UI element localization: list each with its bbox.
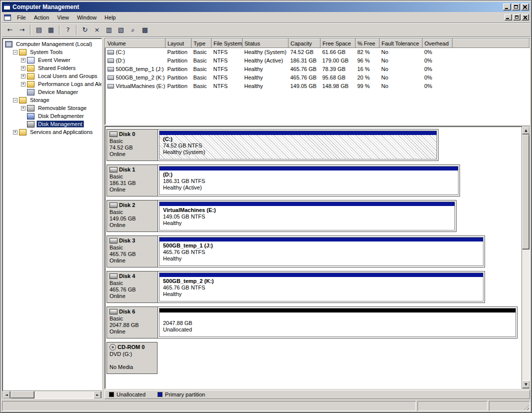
h-scrollbar-thumb[interactable] [10,391,34,398]
maximize-button[interactable] [512,4,520,10]
disk-info-disk-6[interactable]: Disk 6Basic2047.88 GBOnline [107,307,158,338]
disk-info-disk-3[interactable]: Disk 3Basic465.76 GBOnline [107,236,158,267]
show-hide-console-tree-button[interactable]: ▤ [33,24,45,36]
column-header-status[interactable]: Status [242,39,288,48]
tree-item-event-viewer[interactable]: +Event Viewer [4,56,102,64]
tree-item-performance-logs-and-alert[interactable]: +Performance Logs and Alert: [4,80,102,88]
column-header-fault-tolerance[interactable]: Fault Tolerance [380,39,422,48]
disk-view-vertical-scrollbar[interactable]: ▲ ▼ [522,126,530,388]
disk-info-disk-0[interactable]: Disk 0Basic74.52 GBOnline [107,130,158,160]
volume-row-virtualmachines-e[interactable]: VirtualMachines (E:)PartitionBasicNTFSHe… [106,82,530,90]
column-header-capacity[interactable]: Capacity [288,39,320,48]
tree-minus-expander-icon[interactable]: − [13,50,18,54]
mdi-restore-button[interactable] [513,14,520,20]
refresh-button[interactable]: ↻ [79,24,91,36]
details-pane: VolumeLayoutTypeFile SystemStatusCapacit… [104,38,530,399]
help-button[interactable]: ? [62,24,74,36]
volume-cell: 148.98 GB [320,82,356,90]
column-header-layout[interactable]: Layout [166,39,192,48]
partition-virtualmachines-e[interactable]: VirtualMachines (E:)149.05 GB NTFSHealth… [159,202,455,230]
disk-info-cd-rom-0[interactable]: CD-ROM 0DVD (G:)No Media [106,342,158,374]
volume-row-500gb-temp-1-j[interactable]: 500GB_temp_1 (J:)PartitionBasicNTFSHealt… [106,65,530,74]
column-header-volume[interactable]: Volume [106,39,166,48]
delete-button[interactable]: × [91,24,103,36]
tree-item-removable-storage[interactable]: +Removable Storage [4,104,102,112]
menu-file[interactable]: File [13,13,30,22]
volume-tbody: (C:)PartitionBasicNTFSHealthy (System)74… [106,48,530,90]
partition-c[interactable]: (C:)74.52 GB NTFSHealthy (System) [159,130,437,160]
views-button[interactable]: ▩ [139,24,151,36]
menu-view[interactable]: View [53,13,73,22]
tree-item-system-tools[interactable]: −System Tools [4,48,102,56]
forward-button[interactable]: → [16,24,28,36]
tree-plus-expander-icon[interactable]: + [21,74,26,78]
scroll-right-button[interactable]: ► [94,391,102,399]
cell-text: Basic [194,83,207,89]
menu-bar: FileActionViewWindowHelp [2,12,530,23]
close-button[interactable] [521,4,529,10]
open-button[interactable]: ▧ [115,24,127,36]
menu-action[interactable]: Action [30,13,54,22]
title-bar[interactable]: Computer Management [2,2,530,12]
hard-disk-icon [110,167,118,172]
cell-text: NTFS [214,83,228,89]
tree-item-storage[interactable]: −Storage [4,96,102,104]
tree-item-local-users-and-groups[interactable]: +Local Users and Groups [4,72,102,80]
partition-500gb-temp-1-j[interactable]: 500GB_temp_1 (J:)465.76 GB NTFSHealthy [159,237,484,266]
export-list-button[interactable]: ▦ [45,24,57,36]
tree-item-disk-management[interactable]: Disk Management [4,120,102,128]
column-header-type[interactable]: Type [192,39,212,48]
column-header-overhead[interactable]: Overhead [422,39,452,48]
tree-item-computer-management-local[interactable]: Computer Management (Local) [4,40,102,48]
disk-info-disk-2[interactable]: Disk 2Basic149.05 GBOnline [107,200,158,232]
disk-info-disk-1[interactable]: Disk 1Basic186.31 GBOnline [107,165,158,196]
tree-item-device-manager[interactable]: Device Manager [4,88,102,96]
volume-row-500gb-temp-2-k[interactable]: 500GB_temp_2 (K:)PartitionBasicNTFSHealt… [106,74,530,82]
tree-plus-expander-icon[interactable]: + [21,66,26,70]
mdi-close-button[interactable] [522,14,529,20]
partition-d[interactable]: (D:)186.31 GB NTFSHealthy (Active) [159,166,458,195]
tree-plus-expander-icon[interactable]: + [21,106,26,110]
h-scrollbar-track[interactable] [10,391,94,398]
mdi-child-icon [4,14,11,20]
menu-items: FileActionViewWindowHelp [13,13,120,22]
column-header-file-system[interactable]: File System [212,39,242,48]
back-button[interactable]: ← [4,24,16,36]
partition-500gb-temp-2-k[interactable]: 500GB_temp_2 (K:)465.76 GB NTFSHealthy [159,272,484,302]
menu-help[interactable]: Help [100,13,120,22]
volume-row-d[interactable]: (D:)PartitionBasicNTFSHealthy (Active)18… [106,56,530,65]
tree-item-shared-folders[interactable]: +Shared Folders [4,64,102,72]
scroll-down-button[interactable]: ▼ [522,380,530,388]
hard-disk-icon [110,309,118,314]
toolbar-separator [30,25,31,35]
partition-unallocated[interactable]: 2047.88 GBUnallocated [159,308,516,337]
status-panel-grip[interactable] [489,401,530,411]
volume-cell: NTFS [212,65,242,74]
volume-cell: 96 % [356,56,380,65]
scroll-left-button[interactable]: ◄ [2,391,10,399]
volume-cell: NTFS [212,74,242,82]
cdrom-drive-icon [110,344,116,350]
column-header-free[interactable]: % Free [356,39,380,48]
column-header-free-space[interactable]: Free Space [320,39,356,48]
tree-plus-expander-icon[interactable]: + [21,58,26,62]
disk-info-disk-4[interactable]: Disk 4Basic465.76 GBOnline [107,272,158,302]
properties-button[interactable]: ▥ [103,24,115,36]
tree-plus-expander-icon[interactable]: + [13,130,18,134]
volume-row-c[interactable]: (C:)PartitionBasicNTFSHealthy (System)74… [106,48,530,56]
minimize-button[interactable] [503,4,511,10]
volume-cell: Healthy [242,74,288,82]
tree-plus-expander-icon[interactable]: + [21,82,26,86]
v-scrollbar-track[interactable] [522,134,530,380]
scroll-up-button[interactable]: ▲ [522,126,530,134]
v-scrollbar-thumb[interactable] [522,134,530,250]
find-button[interactable]: ⌕ [127,24,139,36]
tree-item-services-and-applications[interactable]: +Services and Applications [4,128,102,136]
tree-item-disk-defragmenter[interactable]: Disk Defragmenter [4,112,102,120]
tree-minus-expander-icon[interactable]: − [13,98,18,102]
partition-area: (D:)186.31 GB NTFSHealthy (Active) [158,165,460,196]
tree-horizontal-scrollbar[interactable]: ◄ ► [2,390,102,398]
menu-window[interactable]: Window [73,13,100,22]
disk-size: 74.52 GB [110,144,155,151]
mdi-minimize-button[interactable] [504,14,512,20]
